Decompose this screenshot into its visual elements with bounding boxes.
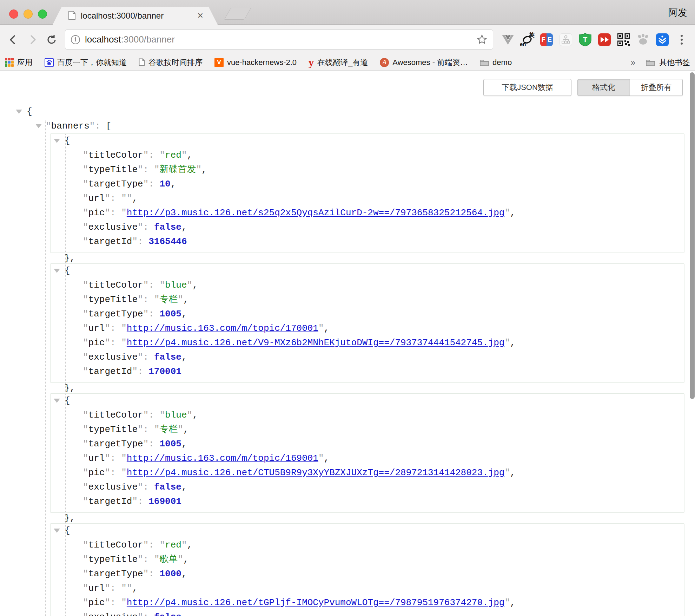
new-tab-button[interactable] (224, 8, 251, 20)
collapse-triangle-icon[interactable] (54, 139, 60, 143)
json-token: : (110, 193, 121, 204)
json-token: " (83, 424, 88, 435)
browser-menu-icon[interactable] (675, 33, 688, 46)
json-token: " (138, 554, 143, 565)
json-token: : (143, 554, 154, 565)
json-key: titleColor (88, 410, 143, 420)
bookmark-awesomes[interactable]: A Awesomes - 前端资… (380, 57, 468, 68)
json-token: " (83, 164, 88, 175)
json-token: { (65, 395, 70, 406)
collapse-triangle-icon[interactable] (16, 110, 22, 114)
collapse-triangle-icon[interactable] (35, 124, 42, 128)
bookmark-vue-hackernews[interactable]: V vue-hackernews-2.0 (214, 58, 297, 67)
bookmark-star-icon[interactable] (477, 34, 487, 45)
translate-extension-icon[interactable]: 英 en (521, 33, 534, 46)
collapse-all-button[interactable]: 折叠所有 (630, 79, 683, 96)
fe-extension-icon[interactable]: FE (540, 33, 553, 46)
json-token: " (138, 612, 143, 616)
close-window-button[interactable] (9, 9, 18, 19)
json-link-value[interactable]: http://music.163.com/m/topic/170001 (127, 323, 318, 334)
json-token: " (83, 482, 88, 492)
profile-name[interactable]: 阿发 (668, 6, 687, 19)
json-token: : (143, 482, 154, 492)
read-later-extension-icon[interactable] (656, 33, 669, 46)
json-token: }, (64, 513, 75, 523)
collapse-triangle-icon[interactable] (54, 399, 60, 403)
collapse-triangle-icon[interactable] (54, 529, 60, 533)
json-token: , (171, 179, 176, 189)
page-icon (68, 11, 76, 20)
json-token: " (105, 338, 110, 348)
json-token: " (138, 352, 143, 362)
json-token: " (83, 193, 88, 204)
reload-button[interactable] (44, 32, 59, 47)
json-token: , (187, 150, 193, 160)
json-token: : (110, 453, 121, 464)
json-key: pic (88, 338, 105, 348)
json-token: " (196, 164, 201, 175)
collapse-triangle-icon[interactable] (54, 269, 60, 273)
json-row: "exclusive": false, (51, 220, 684, 235)
shield-letter: T (583, 36, 587, 44)
other-bookmarks-label[interactable]: 其他书签 (659, 57, 690, 68)
json-token: " (187, 410, 193, 420)
bookmark-folder-demo[interactable]: demo (480, 58, 512, 67)
bookmark-youdao[interactable]: y 在线翻译_有道 (309, 57, 368, 68)
json-token: [ (106, 121, 112, 131)
json-token: " (178, 554, 183, 565)
sitemap-extension-icon[interactable] (559, 33, 572, 46)
bookmarks-overflow-chevron[interactable]: » (631, 58, 635, 67)
json-key: targetType (88, 179, 143, 189)
scrollbar-thumb[interactable] (690, 72, 695, 399)
bookmarks-bar: 应用 百度一下，你就知道 谷歌按时间排序 V vue-hackernews-2.… (0, 54, 695, 71)
json-token: " (121, 597, 127, 608)
json-link-value[interactable]: http://p4.music.126.net/V9-MXz6b2MNhEKju… (127, 338, 505, 348)
back-button[interactable] (6, 32, 20, 47)
bookmark-google-sort[interactable]: 谷歌按时间排序 (139, 57, 203, 68)
browser-toolbar: i localhost:3000/banner 英 en FE (0, 25, 695, 54)
minimize-window-button[interactable] (24, 9, 33, 19)
json-token: " (138, 222, 143, 232)
json-token: " (105, 193, 110, 204)
json-token: , (510, 467, 516, 478)
json-token: " (138, 164, 143, 175)
view-mode-group: 格式化 折叠所有 (577, 79, 683, 96)
json-link-value[interactable]: http://p4.music.126.net/CTU5B9R9y3XyYBZX… (127, 467, 505, 478)
bookmark-apps[interactable]: 应用 (5, 57, 33, 68)
json-token: : (110, 323, 121, 334)
bookmark-label: 在线翻译_有道 (317, 57, 368, 68)
bookmark-baidu[interactable]: 百度一下，你就知道 (45, 57, 127, 68)
paw-extension-icon[interactable] (636, 33, 650, 46)
page-info-icon[interactable]: i (71, 35, 80, 44)
json-token: : (143, 222, 154, 232)
address-bar[interactable]: i localhost:3000/banner (65, 30, 493, 50)
json-number-value: 1005 (159, 439, 181, 449)
page-scrollbar[interactable] (689, 71, 695, 616)
tab-close-icon[interactable]: ✕ (197, 11, 204, 20)
json-token: : (110, 597, 121, 608)
zoom-window-button[interactable] (38, 9, 47, 19)
json-link-value[interactable]: http://p4.music.126.net/tGPljf-IMOCyPvum… (127, 597, 505, 608)
json-link-value[interactable]: http://music.163.com/m/topic/169001 (127, 453, 318, 464)
json-boolean-value: false (154, 222, 181, 232)
forward-button[interactable] (25, 32, 40, 47)
traffic-lights (9, 9, 47, 19)
qr-code-extension-icon[interactable] (617, 33, 630, 46)
format-button[interactable]: 格式化 (577, 79, 630, 96)
json-key: banners (51, 121, 90, 131)
json-link-value[interactable]: http://p3.music.126.net/s25q2x5QyqsAzilC… (127, 208, 505, 218)
browser-tab[interactable]: localhost:3000/banner ✕ (53, 7, 218, 25)
tampermonkey-shield-icon[interactable]: T (578, 33, 592, 46)
vue-devtools-icon[interactable] (501, 33, 515, 46)
json-row: }, (0, 383, 695, 393)
json-row: "typeTitle": "专栏", (51, 422, 684, 437)
json-string-value: 歌单 (159, 554, 178, 565)
fast-forward-extension-icon[interactable] (598, 33, 611, 46)
json-token: " (121, 467, 127, 478)
download-json-button[interactable]: 下载JSON数据 (483, 79, 571, 96)
url-text[interactable]: localhost:3000/banner (85, 34, 477, 45)
json-string-value: 专栏 (159, 294, 178, 305)
json-token: " (105, 323, 110, 334)
json-token: , (510, 208, 516, 218)
json-token: , (181, 222, 187, 232)
